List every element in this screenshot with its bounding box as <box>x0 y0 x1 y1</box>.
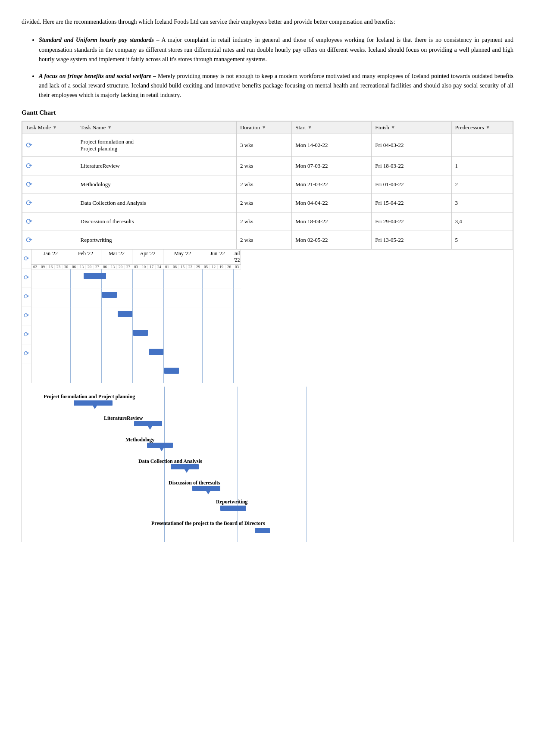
arrow-connector <box>160 448 164 451</box>
predecessor-cell: 3,4 <box>451 212 513 231</box>
gantt-chart-icon: ⟳ <box>22 250 31 269</box>
timeline-day-cell: 26 <box>225 265 233 269</box>
bottom-gantt-bar <box>147 443 173 448</box>
table-row: ⟳ Reportwriting 2 wks Mon 02-05-22 Fri 1… <box>22 231 513 249</box>
chart-label: Project formulation and Project planning <box>44 394 135 400</box>
timeline-day-cell: 05 <box>202 265 210 269</box>
task-mode-cell: ⟳ <box>22 134 77 156</box>
gantt-bar <box>84 273 106 279</box>
chart-bar-row <box>31 326 241 345</box>
timeline-day-cell: 29 <box>194 265 202 269</box>
sort-arrow-finish[interactable]: ▼ <box>391 125 395 130</box>
table-row: ⟳ Project formulation andProject plannin… <box>22 134 513 156</box>
task-name-cell: Reportwriting <box>77 231 236 249</box>
timeline-day-cell: 02 <box>31 265 39 269</box>
start-cell: Mon 04-04-22 <box>292 194 372 212</box>
timeline-month-cell: Mar '22 <box>101 250 132 264</box>
timeline-day-cell: 09 <box>39 265 47 269</box>
timeline-day-cell: 27 <box>125 265 132 269</box>
gantt-bar <box>118 311 132 317</box>
timeline-day-cell: 08 <box>171 265 179 269</box>
task-name-line: Data Collection and Analysis <box>81 200 233 206</box>
predecessor-cell: 3 <box>451 194 513 212</box>
gantt-chart-scroll[interactable]: Jan '22Feb '22Mar '22Apr '22May '22Jun '… <box>31 250 513 383</box>
timeline-day-cell: 15 <box>179 265 187 269</box>
predecessor-cell: 1 <box>451 156 513 175</box>
task-name-cell: LiteratureReview <box>77 156 236 175</box>
start-cell: Mon 07-03-22 <box>292 156 372 175</box>
task-mode-cell: ⟳ <box>22 212 77 231</box>
finish-cell: Fri 01-04-22 <box>372 175 451 194</box>
sort-arrow-name[interactable]: ▼ <box>107 125 112 130</box>
bottom-vertical-line <box>307 387 307 542</box>
chart-bar-row <box>31 345 241 364</box>
chart-bar-row <box>31 307 241 326</box>
task-name-cell: Project formulation andProject planning <box>77 134 236 156</box>
gantt-chart-icon: ⟳ <box>22 344 31 363</box>
th-finish: Finish ▼ <box>372 121 451 134</box>
timeline-day-cell: 23 <box>55 265 63 269</box>
bottom-gantt-bar <box>192 486 220 491</box>
bottom-gantt-bar <box>220 506 246 511</box>
timeline-day-cell: 06 <box>70 265 78 269</box>
start-cell: Mon 02-05-22 <box>292 231 372 249</box>
sort-arrow-mode[interactable]: ▼ <box>53 125 57 130</box>
th-mode: Task Mode ▼ <box>22 121 77 134</box>
chart-bars-area <box>31 269 241 383</box>
bottom-gantt-bar <box>134 421 162 426</box>
sort-arrow-dur[interactable]: ▼ <box>262 125 266 130</box>
timeline-days: 0209162330061320270613202703101724010815… <box>31 265 241 269</box>
timeline-day-cell: 01 <box>163 265 171 269</box>
finish-cell: Fri 29-04-22 <box>372 212 451 231</box>
th-taskname: Task Name ▼ <box>77 121 236 134</box>
gantt-combined: ⟳⟳⟳⟳⟳⟳ Jan '22Feb '22Mar '22Apr '22May '… <box>22 250 513 383</box>
gantt-bar <box>164 368 179 374</box>
finish-cell: Fri 15-04-22 <box>372 194 451 212</box>
sort-arrow-pred[interactable]: ▼ <box>486 125 490 130</box>
table-row: ⟳ Discussion of theresults 2 wks Mon 18-… <box>22 212 513 231</box>
table-row: ⟳ Data Collection and Analysis 2 wks Mon… <box>22 194 513 212</box>
chart-bar-row <box>31 269 241 288</box>
timeline-day-cell: 16 <box>47 265 55 269</box>
th-start: Start ▼ <box>292 121 372 134</box>
task-mode-cell: ⟳ <box>22 156 77 175</box>
task-name-line: Project formulation and <box>81 138 233 145</box>
timeline-day-cell: 06 <box>101 265 109 269</box>
timeline-day-cell: 12 <box>210 265 218 269</box>
chart-label: Presentationof the project to the Board … <box>151 520 265 527</box>
timeline-month-cell: Jun '22 <box>202 250 233 264</box>
chart-bar-row <box>31 364 241 383</box>
table-row: ⟳ LiteratureReview 2 wks Mon 07-03-22 Fr… <box>22 156 513 175</box>
timeline-day-cell: 22 <box>187 265 194 269</box>
task-mode-icon: ⟳ <box>26 236 32 244</box>
sort-arrow-start[interactable]: ▼ <box>308 125 312 130</box>
task-mode-cell: ⟳ <box>22 231 77 249</box>
timeline-month-cell: Feb '22 <box>70 250 101 264</box>
th-predecessors: Predecessors ▼ <box>451 121 513 134</box>
start-cell: Mon 18-04-22 <box>292 212 372 231</box>
task-mode-icon: ⟳ <box>26 180 32 189</box>
gantt-table: Task Mode ▼ Task Name ▼ Duration ▼ <box>22 121 513 250</box>
timeline-day-cell: 03 <box>132 265 140 269</box>
chart-label: Discussion of theresults <box>169 480 220 486</box>
th-duration: Duration ▼ <box>236 121 291 134</box>
task-name-line: LiteratureReview <box>81 162 233 169</box>
chart-label: LiteratureReview <box>104 415 143 422</box>
finish-cell: Fri 13-05-22 <box>372 231 451 249</box>
gantt-chart-icon: ⟳ <box>22 287 31 306</box>
chart-label: Reportwriting <box>216 499 247 505</box>
duration-cell: 3 wks <box>236 134 291 156</box>
table-row: ⟳ Methodology 2 wks Mon 21-03-22 Fri 01-… <box>22 175 513 194</box>
task-mode-icon: ⟳ <box>26 199 32 207</box>
gantt-chart-icon: ⟳ <box>22 306 31 325</box>
task-name-line: Project planning <box>81 145 233 152</box>
timeline-month-cell: Apr '22 <box>132 250 163 264</box>
task-name-cell: Methodology <box>77 175 236 194</box>
timeline-day-cell: 13 <box>109 265 117 269</box>
gantt-icon-col: ⟳⟳⟳⟳⟳⟳ <box>22 250 31 383</box>
bottom-labels-area: Project formulation and Project planning… <box>22 383 513 542</box>
arrow-connector <box>148 426 152 430</box>
duration-cell: 2 wks <box>236 156 291 175</box>
chart-label: Methodology <box>125 437 154 443</box>
arrow-connector <box>185 469 189 473</box>
